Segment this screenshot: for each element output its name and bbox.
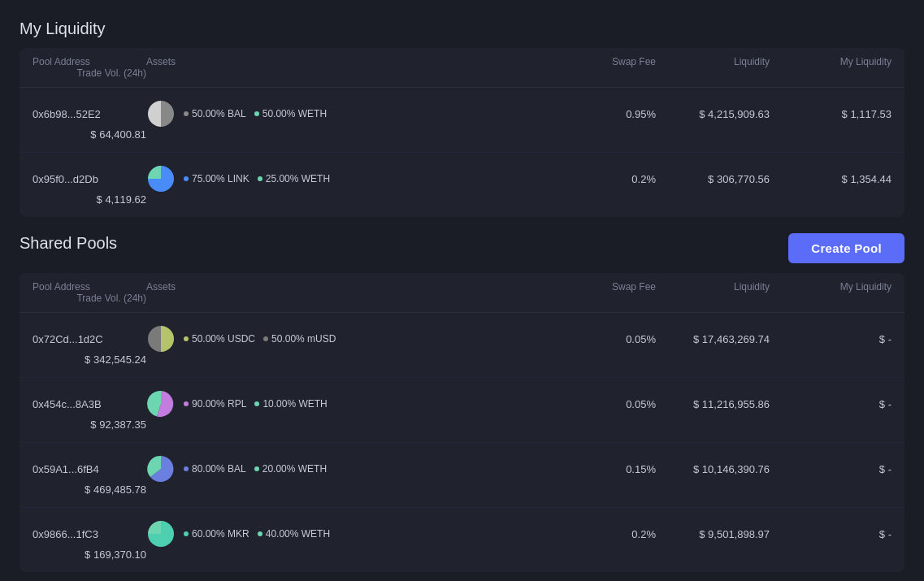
- pie-chart-icon: [146, 99, 176, 128]
- pie-chart-icon: [146, 164, 176, 193]
- dot-icon: [184, 336, 189, 341]
- trade-vol-value: $ 64,400.81: [33, 128, 146, 141]
- pool-address: 0x95f0...d2Db: [33, 173, 146, 185]
- swap-fee: 0.95%: [534, 108, 656, 120]
- pie-chart-icon: [146, 454, 176, 483]
- asset-usdc: 50.00% USDC: [184, 333, 255, 345]
- asset-bal: 80.00% BAL: [184, 463, 246, 475]
- assets-cell: 50.00% USDC 50.00% mUSD: [146, 324, 406, 353]
- my-liquidity-value: $ 1,354.44: [770, 173, 891, 185]
- header-liquidity: Liquidity: [656, 281, 770, 293]
- header-swap-fee: Swap Fee: [534, 56, 656, 67]
- asset-weth: 50.00% WETH: [254, 108, 327, 119]
- my-liquidity-value: $ 1,117.53: [770, 108, 891, 120]
- dot-icon: [254, 466, 259, 471]
- my-liquidity-value: $ -: [770, 528, 891, 540]
- header-spacer: [406, 281, 534, 293]
- assets-cell: 60.00% MKR 40.00% WETH: [146, 519, 406, 548]
- asset-mkr: 60.00% MKR: [184, 528, 249, 540]
- swap-fee: 0.2%: [534, 528, 656, 540]
- header-pool-address: Pool Address: [33, 56, 146, 67]
- pie-chart-icon: [146, 324, 176, 353]
- swap-fee: 0.2%: [534, 173, 656, 185]
- pool-address: 0x9866...1fC3: [33, 528, 146, 540]
- my-liquidity-table: Pool Address Assets Swap Fee Liquidity M…: [20, 48, 904, 217]
- assets-cell: 80.00% BAL 20.00% WETH: [146, 454, 406, 483]
- asset-weth: 25.00% WETH: [258, 173, 330, 184]
- liquidity-value: $ 10,146,390.76: [656, 463, 770, 475]
- my-liquidity-value: $ -: [770, 398, 891, 410]
- table-row: 0x9866...1fC3 60.00% MKR 40.00% WETH: [20, 508, 904, 572]
- asset-weth: 20.00% WETH: [254, 463, 327, 475]
- table-row: 0x72Cd...1d2C 50.00% USDC 50.00% mUSD 0.…: [20, 313, 904, 378]
- asset-weth: 10.00% WETH: [254, 398, 327, 410]
- asset-bal: 50.00% BAL: [184, 108, 246, 119]
- liquidity-value: $ 306,770.56: [656, 173, 770, 185]
- dot-icon: [184, 466, 189, 471]
- header-trade-vol: Trade Vol. (24h): [33, 293, 146, 304]
- liquidity-value: $ 11,216,955.86: [656, 398, 770, 410]
- asset-weth: 40.00% WETH: [258, 528, 330, 540]
- dot-icon: [184, 176, 189, 181]
- liquidity-value: $ 17,463,269.74: [656, 333, 770, 345]
- trade-vol-value: $ 469,485.78: [33, 483, 146, 496]
- shared-header-row: Pool Address Assets Swap Fee Liquidity M…: [20, 273, 904, 313]
- shared-pools-table: Pool Address Assets Swap Fee Liquidity M…: [20, 273, 904, 572]
- create-pool-button[interactable]: Create Pool: [788, 233, 904, 263]
- swap-fee: 0.05%: [534, 398, 656, 410]
- dot-icon: [258, 531, 262, 536]
- pool-address: 0x59A1...6fB4: [33, 463, 146, 475]
- header-spacer: [406, 56, 534, 67]
- pie-chart-icon: [146, 519, 176, 548]
- dot-icon: [254, 111, 259, 116]
- shared-pools-header: Shared Pools Create Pool: [20, 233, 904, 263]
- header-trade-vol: Trade Vol. (24h): [33, 67, 146, 79]
- trade-vol-value: $ 169,370.10: [33, 548, 146, 561]
- assets-cell: 75.00% LINK 25.00% WETH: [146, 164, 406, 193]
- trade-vol-value: $ 4,119.62: [33, 193, 146, 206]
- trade-vol-value: $ 92,387.35: [33, 418, 146, 431]
- dot-icon: [184, 111, 189, 116]
- trade-vol-value: $ 342,545.24: [33, 353, 146, 366]
- header-my-liquidity: My Liquidity: [770, 56, 891, 67]
- header-liquidity: Liquidity: [656, 56, 770, 67]
- pool-address: 0x72Cd...1d2C: [33, 333, 146, 345]
- table-row: 0x95f0...d2Db 75.00% LINK 25.00% WETH: [20, 153, 904, 217]
- liquidity-value: $ 9,501,898.97: [656, 528, 770, 540]
- shared-pools-section: Shared Pools Create Pool Pool Address As…: [20, 233, 904, 572]
- my-liquidity-value: $ -: [770, 463, 891, 475]
- table-row: 0x6b98...52E2 50.00% BAL 50.00% WETH: [20, 88, 904, 153]
- header-my-liquidity: My Liquidity: [770, 281, 891, 293]
- my-liquidity-section: My Liquidity Pool Address Assets Swap Fe…: [20, 20, 904, 217]
- my-liquidity-header: Pool Address Assets Swap Fee Liquidity M…: [20, 48, 904, 88]
- dot-icon: [254, 401, 259, 406]
- dot-icon: [184, 531, 189, 536]
- table-row: 0x59A1...6fB4 80.00% BAL 20.00% WETH: [20, 443, 904, 508]
- asset-link: 75.00% LINK: [184, 173, 249, 184]
- pie-chart-icon: [146, 389, 176, 418]
- shared-pools-title: Shared Pools: [20, 234, 117, 253]
- swap-fee: 0.15%: [534, 463, 656, 475]
- header-pool-address: Pool Address: [33, 281, 146, 293]
- pool-address: 0x454c...8A3B: [33, 398, 146, 410]
- dot-icon: [184, 401, 189, 406]
- table-row: 0x454c...8A3B 90.00% RPL 10.00% WETH: [20, 378, 904, 443]
- swap-fee: 0.05%: [534, 333, 656, 345]
- dot-icon: [263, 336, 268, 341]
- assets-cell: 50.00% BAL 50.00% WETH: [146, 99, 406, 128]
- dot-icon: [258, 176, 262, 181]
- my-liquidity-title: My Liquidity: [20, 20, 904, 38]
- assets-cell: 90.00% RPL 10.00% WETH: [146, 389, 406, 418]
- asset-rpl: 90.00% RPL: [184, 398, 246, 410]
- my-liquidity-value: $ -: [770, 333, 891, 345]
- header-assets: Assets: [146, 281, 406, 293]
- liquidity-value: $ 4,215,909.63: [656, 108, 770, 120]
- header-assets: Assets: [146, 56, 406, 67]
- header-swap-fee: Swap Fee: [534, 281, 656, 293]
- asset-musd: 50.00% mUSD: [263, 333, 336, 345]
- pool-address: 0x6b98...52E2: [33, 108, 146, 120]
